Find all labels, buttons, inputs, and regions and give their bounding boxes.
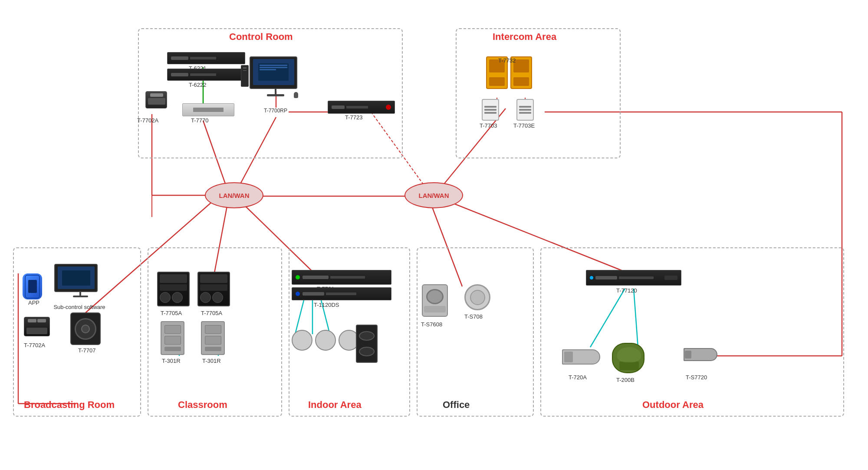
control-room-label: Control Room: [229, 31, 293, 43]
computer-device: [250, 56, 302, 104]
t7705a-l-device: [157, 272, 194, 309]
t6222-label: T-6222: [189, 82, 206, 88]
t7701-device: [292, 270, 391, 285]
classroom-label: Classroom: [178, 399, 227, 411]
t200b-label: T-200B: [616, 377, 635, 383]
t7702a-ctrl-label: T-7702A: [137, 117, 158, 124]
t720a-device: [562, 343, 601, 373]
zone-office: [417, 247, 534, 417]
t7705a-r-label: T-7705A: [201, 310, 222, 316]
lanwan2-label: LAN/WAN: [419, 192, 449, 199]
ts7720-device: [684, 343, 718, 373]
t301r-r-device: [201, 321, 229, 356]
ts7608-device: [422, 284, 452, 319]
outdoor-area-label: Outdoor Area: [642, 399, 704, 411]
ts7720-label: T-S7720: [686, 374, 707, 381]
t7703e-device: [516, 99, 536, 121]
t7770-label: T-7770: [191, 117, 208, 124]
ts708-label: T-S708: [464, 313, 483, 320]
t7705a-r-device: [197, 272, 234, 309]
indoor-area-label: Indoor Area: [308, 399, 362, 411]
ts7608-label: T-S7608: [421, 321, 442, 328]
t7723-device: [328, 101, 395, 114]
computer-label: T-7700RP: [264, 108, 287, 114]
t7707-label: T-7707: [78, 347, 95, 354]
t1120ds-device: [292, 287, 391, 300]
t7703-label: T-7703: [480, 122, 497, 129]
t7723-label: T-7723: [345, 114, 362, 121]
t6221-device: [167, 52, 245, 64]
sub-control-sw-device: [54, 264, 106, 303]
t200b-device: [612, 343, 647, 375]
t720a-label: T-720A: [569, 374, 587, 381]
t7732-label: T-7732: [498, 57, 516, 64]
zone-intercom-area: [456, 28, 621, 158]
t301r-l-device: [161, 321, 189, 356]
broadcasting-room-label: Broadcasting Room: [24, 399, 115, 411]
t1120ds-label: T-1120DS: [314, 302, 339, 308]
ceiling-speaker-1: [292, 330, 312, 351]
indoor-column-speaker: [356, 325, 380, 364]
t77120-device: [586, 270, 681, 286]
t7707-device: [70, 312, 105, 347]
t7705a-l-label: T-7705A: [161, 310, 182, 316]
lanwan1-label: LAN/WAN: [219, 192, 250, 199]
t7770-device: [182, 103, 234, 116]
t7703e-label: T-7703E: [513, 122, 535, 129]
t77120-label: T-77120: [616, 287, 637, 294]
sub-control-sw-label: Sub-control software: [51, 304, 108, 310]
t7702a-ctrl-device: [141, 91, 171, 115]
app-icon: [23, 273, 42, 299]
t301r-r-label: T-301R: [202, 358, 221, 364]
t7702a-br-label: T-7702A: [24, 342, 45, 348]
diagram-container: Control Room Intercom Area Broadcasting …: [0, 0, 868, 470]
office-label: Office: [443, 399, 470, 411]
ceiling-speaker-2: [315, 330, 336, 351]
lanwan1-cloud: LAN/WAN: [205, 182, 263, 208]
lanwan2-cloud: LAN/WAN: [404, 182, 463, 208]
t6222-device: [167, 69, 245, 81]
t301r-l-label: T-301R: [162, 358, 181, 364]
app-label: APP: [28, 299, 39, 306]
t7702a-br-device: [24, 317, 54, 341]
intercom-area-label: Intercom Area: [493, 31, 556, 43]
t7703-device: [482, 99, 501, 121]
